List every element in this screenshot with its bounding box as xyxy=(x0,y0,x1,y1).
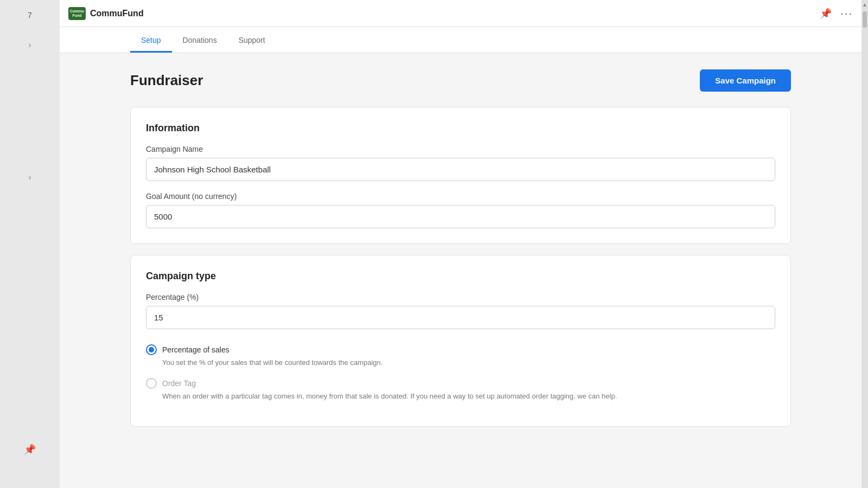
campaign-type-card: Campaign type Percentage (%) Percentage … xyxy=(130,255,791,427)
radio-percentage-desc: You set the % of your sales that will be… xyxy=(162,357,775,368)
page-title: Fundraiser xyxy=(130,72,203,89)
campaign-name-label: Campaign Name xyxy=(146,145,775,153)
radio-label-row-1: Percentage of sales xyxy=(146,344,775,355)
brand-logo: Commu Fund xyxy=(68,7,86,20)
sidebar-pin-button[interactable]: 📌 xyxy=(24,444,36,455)
brand: Commu Fund CommuFund xyxy=(68,7,144,20)
percentage-label: Percentage (%) xyxy=(146,293,775,301)
sidebar: 7 › › 📌 xyxy=(0,0,60,488)
save-campaign-button[interactable]: Save Campaign xyxy=(700,69,791,92)
sidebar-number: 7 xyxy=(28,11,32,20)
campaign-name-input[interactable] xyxy=(146,158,775,181)
radio-order-tag-circle[interactable] xyxy=(146,378,157,389)
radio-group: Percentage of sales You set the % of you… xyxy=(146,344,775,401)
brand-name: CommuFund xyxy=(90,9,144,18)
tabs-bar: Setup Donations Support xyxy=(60,27,861,53)
scroll-up-arrow[interactable]: ▲ xyxy=(860,0,868,9)
top-bar: Commu Fund CommuFund 📌 ··· xyxy=(60,0,861,27)
tab-support[interactable]: Support xyxy=(228,27,276,53)
tab-donations[interactable]: Donations xyxy=(172,27,228,53)
radio-option-percentage: Percentage of sales You set the % of you… xyxy=(146,344,775,368)
scrollbar-thumb[interactable] xyxy=(863,11,867,28)
radio-label-row-2: Order Tag xyxy=(146,378,775,389)
information-card: Information Campaign Name Goal Amount (n… xyxy=(130,107,791,244)
scrollbar[interactable]: ▲ xyxy=(861,0,868,488)
radio-percentage-circle[interactable] xyxy=(146,344,157,355)
sidebar-collapse-2[interactable]: › xyxy=(24,168,35,187)
radio-order-tag-desc: When an order with a particular tag come… xyxy=(162,391,775,402)
percentage-input[interactable] xyxy=(146,306,775,329)
content-area: Fundraiser Save Campaign Information Cam… xyxy=(60,53,861,488)
campaign-type-title: Campaign type xyxy=(146,271,775,282)
radio-option-order-tag: Order Tag When an order with a particula… xyxy=(146,378,775,402)
pin-icon[interactable]: 📌 xyxy=(820,8,832,20)
information-card-title: Information xyxy=(146,123,775,134)
radio-order-tag-label: Order Tag xyxy=(162,379,196,388)
main-area: Commu Fund CommuFund 📌 ··· Setup Donatio… xyxy=(60,0,861,488)
more-menu-icon[interactable]: ··· xyxy=(840,7,853,20)
radio-percentage-label: Percentage of sales xyxy=(162,345,229,354)
goal-amount-label: Goal Amount (no currency) xyxy=(146,192,775,201)
sidebar-collapse-1[interactable]: › xyxy=(24,36,35,54)
top-bar-actions: 📌 ··· xyxy=(820,7,853,20)
page-header: Fundraiser Save Campaign xyxy=(130,69,791,92)
tab-setup[interactable]: Setup xyxy=(130,27,172,53)
brand-logo-text: Commu Fund xyxy=(70,9,84,17)
goal-amount-input[interactable] xyxy=(146,205,775,228)
